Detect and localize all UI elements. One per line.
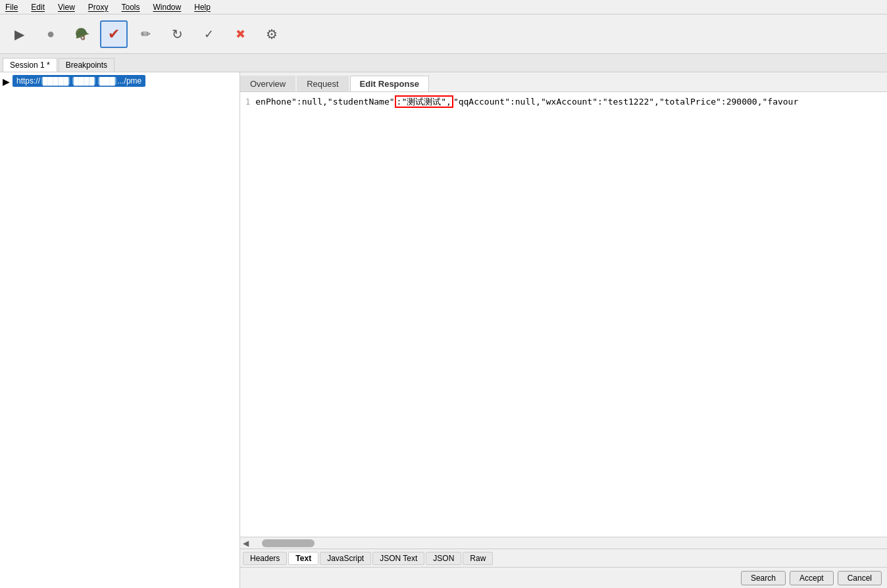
check-button[interactable]: ✓ — [195, 20, 222, 48]
tab-headers[interactable]: Headers — [243, 552, 287, 565]
bottom-action-row: Search Accept Cancel — [240, 567, 887, 588]
cancel-button[interactable]: Cancel — [838, 571, 882, 585]
json-before-highlight: enPhone":null,"studentName" — [255, 97, 394, 107]
url-hidden-2: ████ — [72, 77, 95, 85]
main-area: ▶ https://████████████.../pme Overview R… — [0, 72, 887, 588]
menu-file[interactable]: File — [3, 3, 20, 12]
horizontal-scrollbar-thumb[interactable] — [262, 539, 315, 547]
tab-raw[interactable]: Raw — [463, 552, 493, 565]
url-arrow-icon: ▶ — [3, 76, 10, 87]
scroll-left-arrow-icon[interactable]: ◀ — [243, 539, 249, 548]
highlighted-value: :"测试测试", — [395, 95, 453, 108]
tabs-row: Session 1 * Breakpoints — [0, 54, 887, 72]
settings-button[interactable]: ⚙ — [258, 20, 286, 48]
menu-bar: File Edit View Proxy Tools Window Help — [0, 0, 887, 14]
accept-button[interactable]: Accept — [790, 571, 834, 585]
forward-request-button[interactable]: ✔ — [100, 20, 128, 48]
toolbar: ▶ ● 🪖 ✔ ✏ ↻ ✓ ✖ ⚙ — [0, 14, 887, 54]
stop-button[interactable]: ● — [37, 20, 64, 48]
url-bar[interactable]: https://████████████.../pme — [13, 75, 145, 87]
menu-tools[interactable]: Tools — [119, 3, 143, 12]
tab-json[interactable]: JSON — [426, 552, 461, 565]
menu-view[interactable]: View — [55, 3, 78, 12]
edit-button[interactable]: ✏ — [132, 20, 159, 48]
tab-javascript[interactable]: JavaScript — [320, 552, 371, 565]
tab-edit-response[interactable]: Edit Response — [350, 76, 429, 91]
bottom-tabs: Headers Text JavaScript JSON Text JSON R… — [240, 549, 887, 567]
tab-json-text[interactable]: JSON Text — [372, 552, 424, 565]
url-suffix: .../pme — [118, 76, 142, 86]
refresh-button[interactable]: ↻ — [163, 20, 191, 48]
url-text: https:// — [16, 76, 40, 86]
json-line-1: 1enPhone":null,"studentName":"测试测试","qqA… — [245, 95, 882, 109]
tab-text[interactable]: Text — [288, 552, 318, 565]
forward-button[interactable]: ▶ — [5, 20, 33, 48]
intercept-button[interactable]: 🪖 — [68, 20, 96, 48]
tab-request[interactable]: Request — [297, 76, 348, 91]
menu-proxy[interactable]: Proxy — [86, 3, 111, 12]
tab-overview[interactable]: Overview — [240, 76, 295, 91]
left-panel: ▶ https://████████████.../pme — [0, 72, 240, 588]
content-area: 1enPhone":null,"studentName":"测试测试","qqA… — [240, 92, 887, 537]
line-number-1: 1 — [245, 97, 250, 107]
menu-edit[interactable]: Edit — [28, 3, 47, 12]
json-after-highlight: "qqAccount":null,"wxAccount":"test1222",… — [453, 97, 798, 107]
tools-button[interactable]: ✖ — [226, 20, 254, 48]
right-panel: Overview Request Edit Response 1enPhone"… — [240, 72, 887, 588]
url-hidden-3: ███ — [98, 77, 116, 85]
search-button[interactable]: Search — [741, 571, 786, 585]
breakpoints-tab[interactable]: Breakpoints — [59, 58, 114, 72]
menu-window[interactable]: Window — [151, 3, 184, 12]
menu-help[interactable]: Help — [191, 3, 213, 12]
scroll-area[interactable]: ◀ — [240, 537, 887, 549]
response-tabs: Overview Request Edit Response — [240, 72, 887, 92]
session-tab[interactable]: Session 1 * — [3, 58, 57, 72]
url-hidden-1: █████ — [41, 77, 70, 85]
